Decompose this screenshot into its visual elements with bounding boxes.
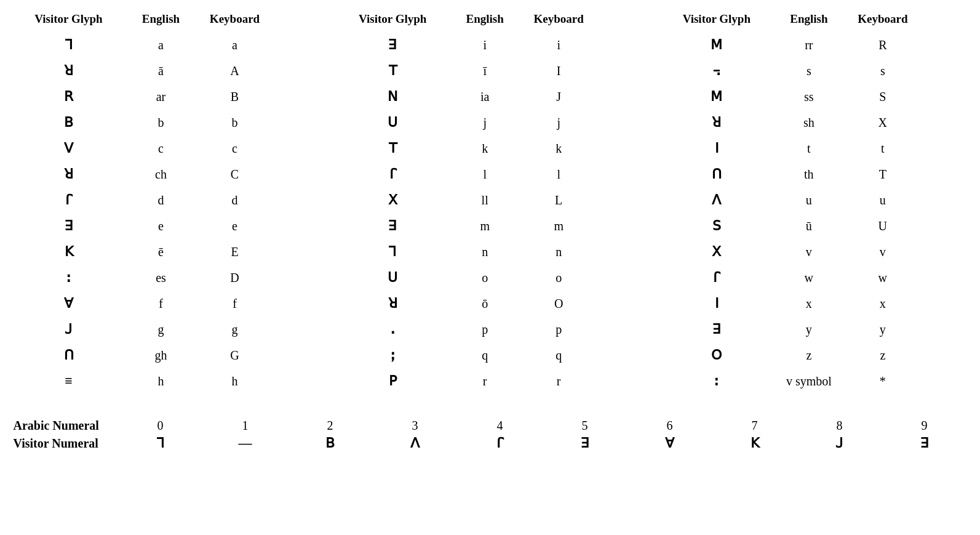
arabic-numeral-cell: 4 [458,419,543,433]
keyboard-cell: s [846,64,920,78]
visitor-numeral-cell: ꓥ [373,435,458,451]
col3-glyph-header: Visitor Glyph [661,12,772,30]
glyph-cell: ꓥ [661,192,772,208]
english-cell: ss [772,90,846,104]
glyph-cell: ꓯ [14,296,124,312]
glyph-cell: ꓽ [661,373,772,389]
col2-glyph-header: Visitor Glyph [337,12,448,30]
glyph-cell: ꓩ [337,166,448,182]
table-row: ꓙgg [14,316,319,342]
english-cell: t [772,142,846,156]
arabic-numeral-cell: 9 [882,419,967,433]
arabic-numeral-cell: 8 [797,419,882,433]
glyph-cell: ꓑ [337,373,448,389]
english-cell: ē [124,245,198,259]
arabic-numeral-row: Arabic Numeral 0123456789 [14,419,967,433]
col3-keyboard-header: Keyboard [846,12,920,30]
table-row: ꓱii [337,32,643,58]
keyboard-cell: o [522,271,596,285]
english-cell: s [772,64,846,78]
glyph-cell: ꓲ [661,140,772,156]
table-row: ꓽesD [14,265,319,291]
english-cell: z [772,348,846,363]
column-group-2: Visitor Glyph English Keyboard ꓱiiꓔīIꓠia… [337,12,643,394]
table-row: ꓠiaJ [337,84,643,110]
table-row: ꓦcc [14,135,319,161]
english-cell: ch [124,167,198,182]
visitor-numeral-label: Visitor Numeral [14,436,118,451]
glyph-cell: ꓴ [337,115,448,131]
english-cell: o [448,271,522,285]
keyboard-cell: n [522,245,596,259]
english-cell: f [124,297,198,311]
divider-1 [319,12,337,394]
visitor-numeral-cell: ꓶ [118,435,203,451]
column-group-3: Visitor Glyph English Keyboard ꓟrrR꓾ssꓟs… [661,12,967,394]
main-container: Visitor Glyph English Keyboard ꓶaaꓤāAꓣar… [14,12,967,451]
arabic-numeral-cell: 7 [712,419,797,433]
keyboard-cell: m [522,219,596,233]
keyboard-cell: p [522,323,596,337]
keyboard-cell: X [846,116,920,130]
col3-english-header: English [772,12,846,30]
keyboard-cell: k [522,142,596,156]
visitor-numeral-row: Visitor Numeral ꓶ—ꓐꓥꓩꓱꓯꓗꓙꓱ [14,435,967,451]
glyph-cell: ꓶ [14,37,124,53]
arabic-numeral-cell: 2 [288,419,373,433]
col2-english-header: English [448,12,522,30]
english-cell: ī [448,64,522,78]
english-cell: q [448,348,522,363]
keyboard-cell: S [846,90,920,104]
english-cell: w [772,271,846,285]
english-cell: ar [124,90,198,104]
english-cell: a [124,38,198,52]
keyboard-cell: z [846,348,920,363]
glyph-cell: ꓶ [337,244,448,260]
column-group-1: Visitor Glyph English Keyboard ꓶaaꓤāAꓣar… [14,12,319,394]
english-cell: es [124,271,198,285]
english-cell: l [448,167,522,182]
english-cell: d [124,193,198,207]
english-cell: th [772,167,846,182]
column-header-3: Visitor Glyph English Keyboard [661,12,967,30]
table-row: ꓫvv [661,239,967,265]
english-cell: v [772,245,846,259]
english-cell: n [448,245,522,259]
keyboard-cell: T [846,167,920,182]
table-row: ꓥuu [661,187,967,213]
visitor-numeral-cell: ꓙ [797,435,882,451]
arabic-numeral-values: 0123456789 [118,419,967,433]
english-cell: k [448,142,522,156]
columns-section: Visitor Glyph English Keyboard ꓶaaꓤāAꓣar… [14,12,967,394]
table-row: ꓩll [337,161,643,187]
glyph-cell: ≡ [14,373,124,389]
glyph-cell: ꓠ [337,89,448,105]
arabic-numeral-cell: 0 [118,419,203,433]
visitor-numeral-cell: ꓱ [882,435,967,451]
table-row: ꓯff [14,291,319,316]
keyboard-cell: r [522,374,596,388]
table-row: ꓱee [14,213,319,239]
col1-table: ꓶaaꓤāAꓣarBꓐbbꓦccꓤchCꓩddꓱeeꓗēEꓽesDꓯffꓙggꓵ… [14,32,319,394]
visitor-numeral-cell: ꓐ [288,435,373,451]
visitor-numeral-cell: ꓯ [627,435,712,451]
table-row: ꓳzz [661,342,967,368]
arabic-numeral-label: Arabic Numeral [14,419,118,433]
table-row: ꓩww [661,265,967,291]
table-row: ꓗēE [14,239,319,265]
arabic-numeral-cell: 3 [373,419,458,433]
table-row: ꓴjj [337,110,643,135]
glyph-cell: ꓫ [337,192,448,208]
keyboard-cell: I [522,64,596,78]
table-row: ꓤāA [14,58,319,84]
keyboard-cell: d [198,193,272,207]
english-cell: i [448,38,522,52]
table-row: ꓵthT [661,161,967,187]
glyph-cell: ꓼ [337,347,448,363]
visitor-numeral-cell: ꓗ [712,435,797,451]
keyboard-cell: J [522,90,596,104]
glyph-cell: ꓤ [337,296,448,312]
table-row: ≡hh [14,368,319,394]
english-cell: j [448,116,522,130]
english-cell: p [448,323,522,337]
